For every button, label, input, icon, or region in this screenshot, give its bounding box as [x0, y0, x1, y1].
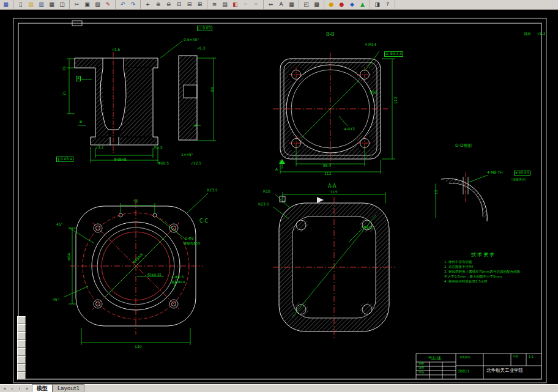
dock-button-7[interactable]	[17, 364, 26, 372]
render-icon[interactable]: ●	[326, 1, 337, 9]
drawing-canvas[interactable]	[0, 10, 558, 384]
app-logo-icon[interactable]: ▦	[1, 1, 11, 9]
help-icon[interactable]: ?	[382, 1, 393, 9]
properties-icon[interactable]: ◨	[372, 1, 382, 9]
linetype-icon[interactable]: ╌	[240, 1, 251, 9]
zoom-out-icon[interactable]: ⊖	[163, 1, 174, 9]
dock-button-6[interactable]	[17, 356, 26, 364]
block-icon[interactable]: ◰	[301, 1, 311, 9]
view-b-b	[273, 51, 395, 174]
layer-properties-icon[interactable]: ▤	[220, 1, 230, 9]
materials-icon[interactable]: ●	[337, 1, 347, 9]
save-icon[interactable]: ▥	[36, 1, 46, 9]
zoom-realtime-icon[interactable]: ⊕	[153, 1, 163, 9]
status-bar: «‹›» 模型Layout1	[0, 384, 558, 392]
zoom-window-icon[interactable]: ⊡	[174, 1, 184, 9]
format-painter-icon[interactable]: ✎	[103, 1, 113, 9]
table-icon[interactable]: ▦	[286, 1, 297, 9]
view-d-d	[436, 172, 488, 221]
lineweight-icon[interactable]: ─	[251, 1, 261, 9]
dock-button-1[interactable]	[17, 316, 26, 324]
open-file-icon[interactable]: ▤	[26, 1, 36, 9]
text-icon[interactable]: A	[276, 1, 286, 9]
print-icon[interactable]: ▦	[46, 1, 57, 9]
pan-icon[interactable]: +	[143, 1, 153, 9]
zoom-previous-icon[interactable]: ⊟	[184, 1, 195, 9]
left-dock-toolbar	[17, 316, 26, 380]
color-picker-icon[interactable]: ◧	[230, 1, 240, 9]
layout-tab-nav: «‹›»	[1, 385, 31, 392]
drawing-geometry	[0, 10, 558, 384]
layout-nav-button-2[interactable]: ›	[16, 385, 23, 392]
view-a-a	[273, 192, 395, 339]
view-3d-icon[interactable]: ◆	[347, 1, 357, 9]
tab-模型[interactable]: 模型	[32, 384, 53, 392]
dock-button-3[interactable]	[17, 332, 26, 340]
paste-icon[interactable]: ▨	[92, 1, 103, 9]
dimension-icon[interactable]: ↔	[266, 1, 276, 9]
print-preview-icon[interactable]: ◫	[57, 1, 67, 9]
app-window: ▦▯▤▥▦◫✂▣▨✎↶↷+⊕⊖⊡⊟⊞≡▤◧╌─↔A▦◰▩●●◆▲◨?	[0, 0, 558, 392]
title-block-grid	[416, 353, 541, 379]
layout-tabs: 模型Layout1	[32, 384, 84, 392]
undo-icon[interactable]: ↶	[117, 1, 128, 9]
layers-icon[interactable]: ≡	[209, 1, 220, 9]
layout-nav-button-0[interactable]: «	[1, 385, 9, 392]
cut-icon[interactable]: ✂	[72, 1, 82, 9]
dock-button-2[interactable]	[17, 324, 26, 332]
layout-nav-button-3[interactable]: »	[23, 385, 31, 392]
ucs-icon[interactable]: ▲	[357, 1, 368, 9]
zoom-extents-icon[interactable]: ⊞	[195, 1, 205, 9]
new-file-icon[interactable]: ▯	[15, 1, 26, 9]
view-c-c	[64, 193, 208, 345]
layout-nav-button-1[interactable]: ‹	[9, 385, 16, 392]
redo-icon[interactable]: ↷	[128, 1, 138, 9]
view-main-section	[67, 41, 216, 163]
dock-button-8[interactable]	[17, 372, 26, 380]
dock-button-5[interactable]	[17, 348, 26, 356]
main-toolbar: ▦▯▤▥▦◫✂▣▨✎↶↷+⊕⊖⊡⊟⊞≡▤◧╌─↔A▦◰▩●●◆▲◨?	[0, 0, 558, 10]
copy-icon[interactable]: ▣	[82, 1, 92, 9]
dock-button-4[interactable]	[17, 340, 26, 348]
tab-layout1[interactable]: Layout1	[53, 384, 84, 392]
hatch-icon[interactable]: ▩	[311, 1, 322, 9]
